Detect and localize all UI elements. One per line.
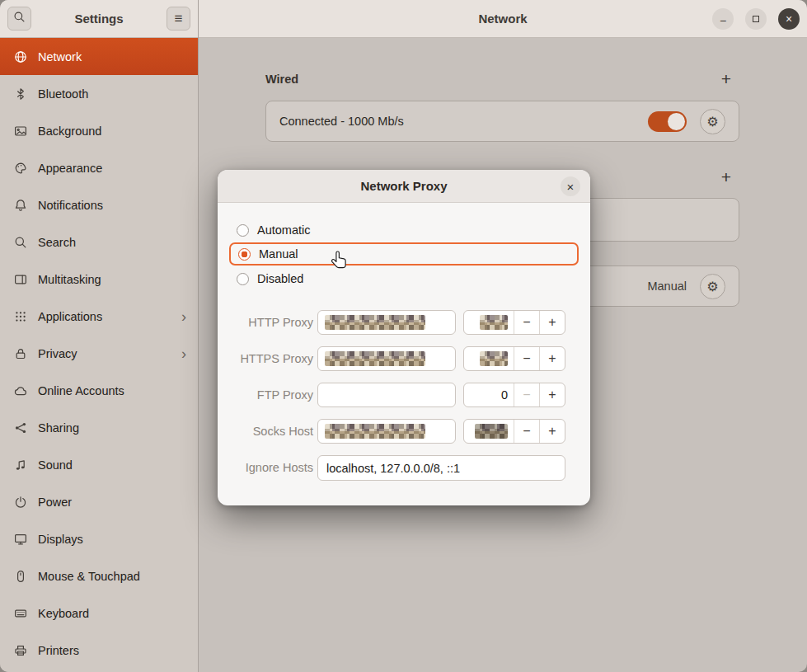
radio-unchecked-icon	[237, 224, 249, 237]
https-proxy-label: HTTPS Proxy	[229, 346, 313, 371]
sidebar-item-label: Multitasking	[38, 273, 101, 286]
sound-icon	[14, 458, 27, 472]
wired-status: Connected - 1000 Mb/s	[279, 115, 404, 128]
gear-icon: ⚙	[706, 279, 718, 294]
search-item-icon	[14, 236, 27, 249]
search-button[interactable]	[7, 7, 31, 31]
add-wired-button[interactable]: +	[715, 68, 738, 91]
decrement-button[interactable]: −	[514, 347, 539, 370]
ignore-hosts-value: localhost, 127.0.0.0/8, ::1	[326, 462, 460, 475]
window-close-button[interactable]: ×	[778, 8, 800, 30]
socks-port-value	[464, 420, 514, 443]
redacted-port-value	[480, 315, 508, 330]
sidebar-item-notifications[interactable]: Notifications	[0, 186, 198, 223]
sidebar-item-label: Applications	[38, 310, 102, 323]
decrement-button[interactable]: −	[514, 311, 539, 334]
sidebar-item-label: Sharing	[38, 421, 79, 435]
radio-checked-icon	[238, 248, 251, 261]
sidebar-item-network[interactable]: Network	[0, 38, 198, 75]
ftp-port-value: 0	[464, 383, 514, 406]
wired-toggle[interactable]	[648, 111, 687, 132]
decrement-button[interactable]: −	[514, 420, 539, 443]
network-icon	[14, 50, 27, 63]
search-icon	[13, 11, 26, 26]
sidebar-item-sharing[interactable]: Sharing	[0, 409, 198, 446]
ftp-port-spinner[interactable]: 0 − +	[463, 383, 565, 407]
ignore-hosts-input[interactable]: localhost, 127.0.0.0/8, ::1	[317, 455, 565, 481]
chevron-right-icon: ›	[181, 346, 198, 361]
proxy-option-manual[interactable]: Manual	[229, 242, 579, 266]
ftp-proxy-label: FTP Proxy	[229, 383, 313, 407]
dialog-headerbar: Network Proxy ×	[218, 170, 590, 203]
maximize-icon	[753, 16, 759, 22]
sidebar-item-printers[interactable]: Printers	[0, 632, 198, 669]
decrement-button[interactable]: −	[514, 383, 539, 406]
sidebar-item-label: Notifications	[38, 199, 103, 212]
sidebar-item-background[interactable]: Background	[0, 112, 198, 149]
increment-button[interactable]: +	[540, 383, 565, 406]
menu-button[interactable]: ≡	[167, 7, 190, 31]
redacted-host-value	[325, 424, 425, 439]
increment-button[interactable]: +	[540, 347, 565, 370]
sidebar-item-label: Keyboard	[38, 607, 89, 620]
sidebar-list: NetworkBluetoothBackgroundAppearanceNoti…	[0, 38, 198, 672]
socks-port-spinner[interactable]: − +	[463, 419, 565, 444]
sidebar-item-multitasking[interactable]: Multitasking	[0, 261, 198, 298]
sidebar-item-bluetooth[interactable]: Bluetooth	[0, 75, 198, 112]
sidebar-item-keyboard[interactable]: Keyboard	[0, 594, 198, 632]
multitasking-icon	[14, 273, 27, 286]
sidebar-headerbar: Settings ≡	[0, 0, 198, 38]
close-icon: ×	[567, 180, 575, 194]
minimize-button[interactable]: −	[712, 8, 734, 30]
http-port-spinner[interactable]: − +	[463, 310, 565, 335]
sidebar-item-online-accounts[interactable]: Online Accounts	[0, 372, 198, 409]
sidebar-item-privacy[interactable]: Privacy›	[0, 335, 198, 372]
sidebar-item-sound[interactable]: Sound	[0, 446, 198, 483]
sidebar-item-label: Printers	[38, 644, 79, 657]
sidebar-item-search[interactable]: Search	[0, 223, 198, 261]
increment-button[interactable]: +	[540, 420, 565, 443]
sidebar-item-displays[interactable]: Displays	[0, 520, 198, 557]
proxy-option-automatic[interactable]: Automatic	[229, 219, 579, 241]
http-proxy-input[interactable]	[317, 310, 456, 335]
http-port-value	[464, 311, 514, 334]
maximize-button[interactable]	[745, 8, 767, 30]
https-proxy-input[interactable]	[317, 346, 456, 371]
sidebar-item-appearance[interactable]: Appearance	[0, 149, 198, 186]
sidebar: Settings ≡ NetworkBluetoothBackgroundApp…	[0, 0, 199, 672]
appearance-icon	[14, 162, 27, 175]
sidebar-item-power[interactable]: Power	[0, 483, 198, 520]
socks-host-label: Socks Host	[229, 419, 313, 444]
https-port-spinner[interactable]: − +	[463, 346, 565, 371]
printers-icon	[14, 644, 27, 657]
sharing-icon	[14, 421, 27, 435]
sidebar-item-label: Appearance	[38, 162, 102, 175]
minimize-icon: −	[720, 15, 726, 26]
socks-host-input[interactable]	[317, 419, 456, 444]
ftp-proxy-input[interactable]	[317, 383, 456, 407]
main-headerbar: Network − ×	[199, 0, 807, 38]
redacted-host-value	[325, 315, 425, 330]
displays-icon	[14, 533, 27, 546]
increment-button[interactable]: +	[540, 311, 565, 334]
sidebar-item-applications[interactable]: Applications›	[0, 298, 198, 335]
option-label: Automatic	[257, 223, 310, 237]
ignore-hosts-label: Ignore Hosts	[229, 455, 313, 480]
redacted-port-value	[480, 351, 508, 366]
https-port-value	[464, 347, 514, 370]
sidebar-item-label: Power	[38, 496, 72, 509]
proxy-option-disabled[interactable]: Disabled	[229, 268, 579, 289]
sidebar-item-label: Displays	[38, 533, 83, 546]
wired-settings-button[interactable]: ⚙	[700, 109, 725, 134]
mouse-icon	[14, 570, 27, 583]
redacted-host-value	[325, 351, 425, 366]
proxy-settings-button[interactable]: ⚙	[700, 274, 725, 299]
toggle-knob	[668, 113, 685, 130]
sidebar-item-label: Sound	[38, 458, 73, 472]
add-vpn-button[interactable]: +	[715, 166, 738, 189]
dialog-close-button[interactable]: ×	[561, 176, 580, 196]
notifications-icon	[14, 199, 27, 212]
online-accounts-icon	[14, 384, 27, 397]
sidebar-item-mouse-touchpad[interactable]: Mouse & Touchpad	[0, 557, 198, 594]
sidebar-title: Settings	[36, 12, 162, 26]
